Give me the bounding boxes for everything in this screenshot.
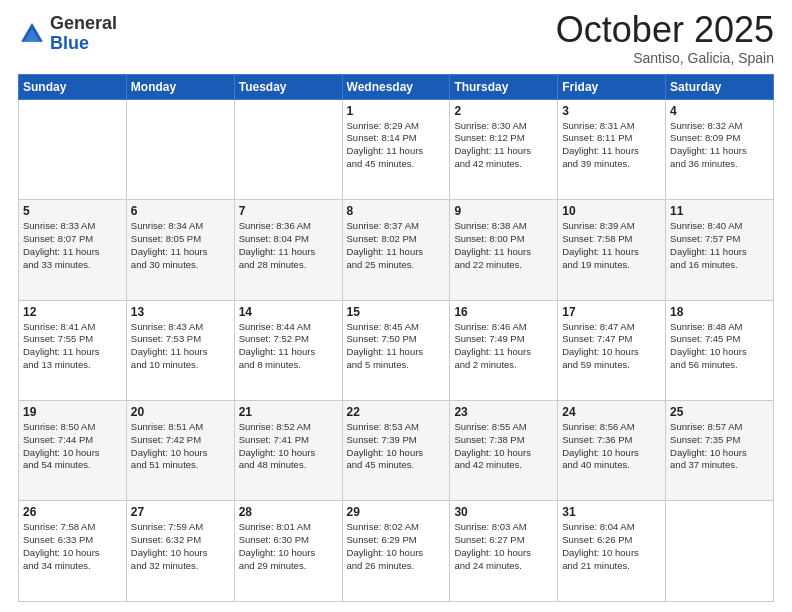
day-info: Sunrise: 8:44 AMSunset: 7:52 PMDaylight:… bbox=[239, 321, 338, 372]
day-info: Sunrise: 8:39 AMSunset: 7:58 PMDaylight:… bbox=[562, 220, 661, 271]
day-info: Sunrise: 8:37 AMSunset: 8:02 PMDaylight:… bbox=[347, 220, 446, 271]
table-row: 1Sunrise: 8:29 AMSunset: 8:14 PMDaylight… bbox=[342, 99, 450, 199]
table-row: 29Sunrise: 8:02 AMSunset: 6:29 PMDayligh… bbox=[342, 501, 450, 602]
day-number: 23 bbox=[454, 405, 553, 419]
day-number: 24 bbox=[562, 405, 661, 419]
day-info: Sunrise: 7:59 AMSunset: 6:32 PMDaylight:… bbox=[131, 521, 230, 572]
calendar-subtitle: Santiso, Galicia, Spain bbox=[556, 50, 774, 66]
day-number: 18 bbox=[670, 305, 769, 319]
day-number: 10 bbox=[562, 204, 661, 218]
table-row: 16Sunrise: 8:46 AMSunset: 7:49 PMDayligh… bbox=[450, 300, 558, 400]
calendar-title: October 2025 bbox=[556, 10, 774, 50]
day-info: Sunrise: 8:47 AMSunset: 7:47 PMDaylight:… bbox=[562, 321, 661, 372]
table-row: 6Sunrise: 8:34 AMSunset: 8:05 PMDaylight… bbox=[126, 200, 234, 300]
calendar-table: Sunday Monday Tuesday Wednesday Thursday… bbox=[18, 74, 774, 602]
table-row: 10Sunrise: 8:39 AMSunset: 7:58 PMDayligh… bbox=[558, 200, 666, 300]
table-row: 4Sunrise: 8:32 AMSunset: 8:09 PMDaylight… bbox=[666, 99, 774, 199]
page: General Blue October 2025 Santiso, Galic… bbox=[0, 0, 792, 612]
logo-icon bbox=[18, 20, 46, 48]
table-row: 21Sunrise: 8:52 AMSunset: 7:41 PMDayligh… bbox=[234, 401, 342, 501]
table-row: 23Sunrise: 8:55 AMSunset: 7:38 PMDayligh… bbox=[450, 401, 558, 501]
logo-general: General bbox=[50, 14, 117, 34]
day-info: Sunrise: 8:57 AMSunset: 7:35 PMDaylight:… bbox=[670, 421, 769, 472]
day-info: Sunrise: 8:32 AMSunset: 8:09 PMDaylight:… bbox=[670, 120, 769, 171]
day-number: 12 bbox=[23, 305, 122, 319]
table-row bbox=[234, 99, 342, 199]
table-row: 2Sunrise: 8:30 AMSunset: 8:12 PMDaylight… bbox=[450, 99, 558, 199]
day-info: Sunrise: 8:33 AMSunset: 8:07 PMDaylight:… bbox=[23, 220, 122, 271]
table-row bbox=[19, 99, 127, 199]
day-number: 9 bbox=[454, 204, 553, 218]
table-row: 31Sunrise: 8:04 AMSunset: 6:26 PMDayligh… bbox=[558, 501, 666, 602]
day-info: Sunrise: 8:41 AMSunset: 7:55 PMDaylight:… bbox=[23, 321, 122, 372]
day-number: 15 bbox=[347, 305, 446, 319]
table-row: 20Sunrise: 8:51 AMSunset: 7:42 PMDayligh… bbox=[126, 401, 234, 501]
day-info: Sunrise: 8:55 AMSunset: 7:38 PMDaylight:… bbox=[454, 421, 553, 472]
calendar-week-3: 12Sunrise: 8:41 AMSunset: 7:55 PMDayligh… bbox=[19, 300, 774, 400]
table-row: 30Sunrise: 8:03 AMSunset: 6:27 PMDayligh… bbox=[450, 501, 558, 602]
day-info: Sunrise: 8:51 AMSunset: 7:42 PMDaylight:… bbox=[131, 421, 230, 472]
day-info: Sunrise: 8:52 AMSunset: 7:41 PMDaylight:… bbox=[239, 421, 338, 472]
day-number: 25 bbox=[670, 405, 769, 419]
day-info: Sunrise: 8:43 AMSunset: 7:53 PMDaylight:… bbox=[131, 321, 230, 372]
day-number: 28 bbox=[239, 505, 338, 519]
day-info: Sunrise: 8:45 AMSunset: 7:50 PMDaylight:… bbox=[347, 321, 446, 372]
day-number: 2 bbox=[454, 104, 553, 118]
table-row bbox=[666, 501, 774, 602]
day-number: 7 bbox=[239, 204, 338, 218]
day-number: 16 bbox=[454, 305, 553, 319]
calendar-header-row: Sunday Monday Tuesday Wednesday Thursday… bbox=[19, 74, 774, 99]
day-info: Sunrise: 8:31 AMSunset: 8:11 PMDaylight:… bbox=[562, 120, 661, 171]
col-friday: Friday bbox=[558, 74, 666, 99]
day-info: Sunrise: 8:02 AMSunset: 6:29 PMDaylight:… bbox=[347, 521, 446, 572]
table-row: 5Sunrise: 8:33 AMSunset: 8:07 PMDaylight… bbox=[19, 200, 127, 300]
calendar-week-4: 19Sunrise: 8:50 AMSunset: 7:44 PMDayligh… bbox=[19, 401, 774, 501]
day-info: Sunrise: 8:30 AMSunset: 8:12 PMDaylight:… bbox=[454, 120, 553, 171]
day-info: Sunrise: 7:58 AMSunset: 6:33 PMDaylight:… bbox=[23, 521, 122, 572]
table-row: 27Sunrise: 7:59 AMSunset: 6:32 PMDayligh… bbox=[126, 501, 234, 602]
table-row: 25Sunrise: 8:57 AMSunset: 7:35 PMDayligh… bbox=[666, 401, 774, 501]
col-thursday: Thursday bbox=[450, 74, 558, 99]
day-number: 3 bbox=[562, 104, 661, 118]
day-number: 29 bbox=[347, 505, 446, 519]
day-number: 26 bbox=[23, 505, 122, 519]
day-info: Sunrise: 8:04 AMSunset: 6:26 PMDaylight:… bbox=[562, 521, 661, 572]
day-number: 1 bbox=[347, 104, 446, 118]
day-number: 30 bbox=[454, 505, 553, 519]
table-row: 14Sunrise: 8:44 AMSunset: 7:52 PMDayligh… bbox=[234, 300, 342, 400]
table-row: 19Sunrise: 8:50 AMSunset: 7:44 PMDayligh… bbox=[19, 401, 127, 501]
calendar-week-5: 26Sunrise: 7:58 AMSunset: 6:33 PMDayligh… bbox=[19, 501, 774, 602]
table-row: 17Sunrise: 8:47 AMSunset: 7:47 PMDayligh… bbox=[558, 300, 666, 400]
day-info: Sunrise: 8:56 AMSunset: 7:36 PMDaylight:… bbox=[562, 421, 661, 472]
day-info: Sunrise: 8:50 AMSunset: 7:44 PMDaylight:… bbox=[23, 421, 122, 472]
day-number: 14 bbox=[239, 305, 338, 319]
day-number: 21 bbox=[239, 405, 338, 419]
col-monday: Monday bbox=[126, 74, 234, 99]
day-info: Sunrise: 8:48 AMSunset: 7:45 PMDaylight:… bbox=[670, 321, 769, 372]
day-info: Sunrise: 8:53 AMSunset: 7:39 PMDaylight:… bbox=[347, 421, 446, 472]
day-number: 19 bbox=[23, 405, 122, 419]
col-tuesday: Tuesday bbox=[234, 74, 342, 99]
day-info: Sunrise: 8:40 AMSunset: 7:57 PMDaylight:… bbox=[670, 220, 769, 271]
table-row: 3Sunrise: 8:31 AMSunset: 8:11 PMDaylight… bbox=[558, 99, 666, 199]
day-number: 13 bbox=[131, 305, 230, 319]
table-row: 24Sunrise: 8:56 AMSunset: 7:36 PMDayligh… bbox=[558, 401, 666, 501]
day-number: 8 bbox=[347, 204, 446, 218]
table-row: 15Sunrise: 8:45 AMSunset: 7:50 PMDayligh… bbox=[342, 300, 450, 400]
calendar-week-2: 5Sunrise: 8:33 AMSunset: 8:07 PMDaylight… bbox=[19, 200, 774, 300]
day-number: 5 bbox=[23, 204, 122, 218]
logo-text: General Blue bbox=[50, 14, 117, 54]
col-saturday: Saturday bbox=[666, 74, 774, 99]
day-number: 4 bbox=[670, 104, 769, 118]
day-number: 11 bbox=[670, 204, 769, 218]
calendar-week-1: 1Sunrise: 8:29 AMSunset: 8:14 PMDaylight… bbox=[19, 99, 774, 199]
table-row: 8Sunrise: 8:37 AMSunset: 8:02 PMDaylight… bbox=[342, 200, 450, 300]
title-block: October 2025 Santiso, Galicia, Spain bbox=[556, 10, 774, 66]
day-info: Sunrise: 8:38 AMSunset: 8:00 PMDaylight:… bbox=[454, 220, 553, 271]
table-row: 13Sunrise: 8:43 AMSunset: 7:53 PMDayligh… bbox=[126, 300, 234, 400]
header: General Blue October 2025 Santiso, Galic… bbox=[18, 10, 774, 66]
table-row: 18Sunrise: 8:48 AMSunset: 7:45 PMDayligh… bbox=[666, 300, 774, 400]
table-row: 12Sunrise: 8:41 AMSunset: 7:55 PMDayligh… bbox=[19, 300, 127, 400]
logo-blue: Blue bbox=[50, 34, 117, 54]
day-number: 17 bbox=[562, 305, 661, 319]
